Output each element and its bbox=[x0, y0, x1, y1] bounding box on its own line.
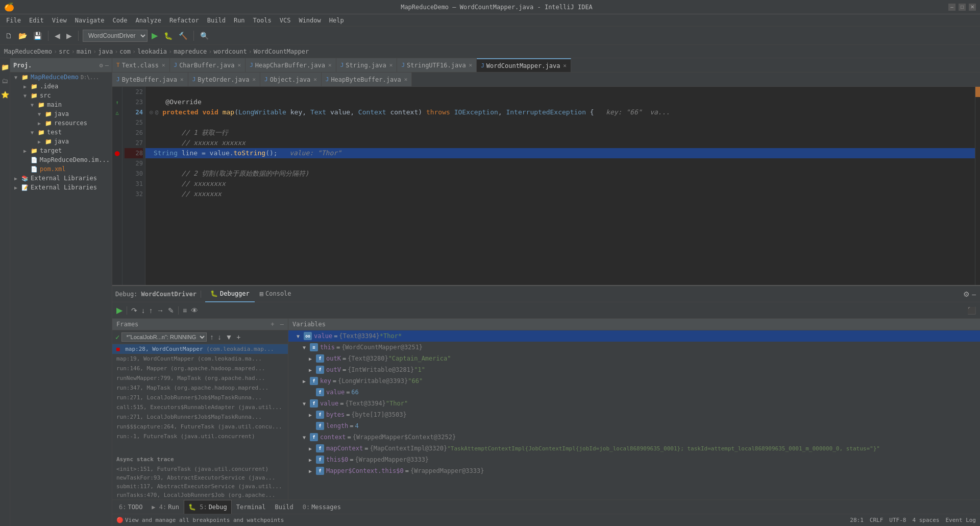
project-icon[interactable]: 📁 bbox=[1, 63, 9, 71]
tab-charbuffer[interactable]: J CharBuffer.java ✕ bbox=[170, 58, 246, 73]
tree-item-scratches[interactable]: ▶ 📝 External Libraries bbox=[10, 183, 112, 192]
thread-up-btn[interactable]: ↑ bbox=[209, 332, 214, 342]
tab-bytebuffer[interactable]: J ByteBuffer.java ✕ bbox=[112, 73, 188, 87]
bc-leokadia[interactable]: leokadia bbox=[137, 48, 167, 55]
thread-selector[interactable]: *"LocalJobR...n": RUNNING bbox=[121, 332, 207, 342]
var-value-thor[interactable]: ▼ oo value = {Text@3394} *Thor* bbox=[288, 330, 980, 342]
menu-item-window[interactable]: Window bbox=[295, 16, 325, 25]
debug-run-button[interactable]: 🐛 bbox=[162, 31, 175, 41]
frame-call515[interactable]: call:515, Executors$RunnableAdapter (jav… bbox=[112, 402, 288, 412]
status-encoding[interactable]: UTF-8 bbox=[889, 517, 906, 523]
tab-terminal[interactable]: Terminal bbox=[232, 500, 271, 514]
menu-item-analyze[interactable]: Analyze bbox=[131, 16, 165, 25]
var-value-text[interactable]: ▼ f value = {Text@3394} "Thor" bbox=[288, 398, 980, 409]
status-line-col[interactable]: 28:1 bbox=[850, 517, 864, 523]
tab-close[interactable]: ✕ bbox=[238, 62, 241, 68]
tree-item-imlfile[interactable]: 📄 MapReduceDemo.im... bbox=[10, 155, 112, 164]
menu-item-help[interactable]: Help bbox=[325, 16, 348, 25]
tab-todo[interactable]: 6: TODO bbox=[114, 500, 147, 514]
frame-runnewmapper[interactable]: runNewMapper:799, MapTask (org.apache.ha… bbox=[112, 373, 288, 383]
tab-string[interactable]: J String.java ✕ bbox=[336, 58, 398, 73]
async-submit[interactable]: submit:117, AbstractExecutorService (jav… bbox=[112, 482, 288, 491]
bc-mapreduce[interactable]: MapReduceDemo bbox=[4, 48, 52, 55]
save-button[interactable]: 💾 bbox=[31, 31, 44, 41]
tab-byteorder[interactable]: J ByteOrder.java ✕ bbox=[188, 73, 260, 87]
bc-com[interactable]: com bbox=[119, 48, 131, 55]
tab-heapbyte[interactable]: J HeapByteBuffer.java ✕ bbox=[322, 73, 412, 87]
bc-main[interactable]: main bbox=[77, 48, 91, 55]
search-button[interactable]: 🔍 bbox=[198, 31, 211, 41]
async-init[interactable]: <init>:151, FutureTask (java.util.concur… bbox=[112, 465, 288, 473]
tab-close[interactable]: ✕ bbox=[313, 76, 317, 83]
minimize-button[interactable]: – bbox=[948, 4, 955, 11]
var-arrow[interactable]: ▼ bbox=[297, 333, 304, 339]
code-content[interactable]: @Override ◎ @ protected void map ( LongW… bbox=[145, 87, 975, 285]
tab-close[interactable]: ✕ bbox=[328, 62, 332, 68]
tree-item-main[interactable]: ▼ 📁 main bbox=[10, 100, 112, 109]
build-button[interactable]: 🔨 bbox=[177, 31, 189, 41]
var-mapcontext[interactable]: ▶ f mapContext = {MapContextImpl@3320} "… bbox=[288, 443, 980, 454]
var-arrow[interactable]: ▼ bbox=[303, 401, 310, 407]
var-arrow[interactable]: ▶ bbox=[309, 367, 316, 373]
var-arrow[interactable]: ▼ bbox=[303, 435, 310, 440]
frames-minus-btn[interactable]: – bbox=[280, 321, 284, 328]
menu-item-vcs[interactable]: VCS bbox=[276, 16, 295, 25]
tab-stringutf16[interactable]: J StringUTF16.java ✕ bbox=[397, 58, 477, 73]
tab-debug[interactable]: 🐛 5: Debug bbox=[184, 500, 232, 514]
tree-item-java[interactable]: ▼ 📁 java bbox=[10, 109, 112, 118]
project-close-icon[interactable]: – bbox=[105, 62, 109, 69]
tree-item-idea[interactable]: ▶ 📁 .idea bbox=[10, 82, 112, 91]
bc-src[interactable]: src bbox=[59, 48, 70, 55]
tab-close[interactable]: ✕ bbox=[162, 62, 165, 68]
menu-item-file[interactable]: File bbox=[2, 16, 25, 25]
project-gear-icon[interactable]: ⚙ bbox=[100, 62, 103, 69]
var-mapper-context-this0[interactable]: ▶ f Mapper$Context.this$0 = {WrappedMapp… bbox=[288, 465, 980, 476]
var-outv[interactable]: ▶ f outV = {IntWritable@3281} "1" bbox=[288, 364, 980, 375]
tab-text-class[interactable]: T Text.class ✕ bbox=[112, 58, 170, 73]
close-button[interactable]: ✕ bbox=[969, 4, 976, 11]
forward-button[interactable]: ▶ bbox=[64, 31, 74, 41]
back-button[interactable]: ◀ bbox=[53, 31, 62, 41]
tree-item-extlibs[interactable]: ▶ 📚 External Libraries bbox=[10, 174, 112, 183]
tree-item-java2[interactable]: ▶ 📁 java bbox=[10, 137, 112, 146]
frame-map19[interactable]: map:19, WordCountMapper (com.leokadia.ma… bbox=[112, 354, 288, 364]
menu-item-tools[interactable]: Tools bbox=[249, 16, 276, 25]
watches-button[interactable]: 👁 bbox=[190, 305, 199, 316]
maximize-button[interactable]: □ bbox=[959, 4, 966, 11]
bc-wordcount[interactable]: wordcount bbox=[214, 48, 247, 55]
favorites-icon[interactable]: ⭐ bbox=[1, 91, 9, 99]
frames-add-btn[interactable]: + bbox=[271, 321, 274, 328]
open-button[interactable]: 📂 bbox=[16, 31, 29, 41]
var-arrow[interactable]: ▶ bbox=[309, 356, 316, 362]
run-to-cursor-button[interactable]: → bbox=[156, 305, 165, 316]
var-this0[interactable]: ▶ f this$0 = {WrappedMapper@3333} bbox=[288, 454, 980, 465]
menu-item-build[interactable]: Build bbox=[203, 16, 230, 25]
var-arrow[interactable]: ▶ bbox=[309, 446, 316, 451]
tree-item-src[interactable]: ▼ 📁 src bbox=[10, 91, 112, 100]
var-arrow[interactable]: ▶ bbox=[303, 378, 310, 384]
tree-item-mapreduce[interactable]: ▼ 📁 MapReduceDemo D:\... bbox=[10, 73, 112, 82]
tab-object[interactable]: J Object.java ✕ bbox=[260, 73, 322, 87]
status-breakpoints[interactable]: 🔴 View and manage all breakpoints and wa… bbox=[116, 517, 284, 523]
new-button[interactable]: 🗋 bbox=[3, 31, 14, 41]
tab-wordcount-mapper[interactable]: J WordCountMapper.java ✕ bbox=[477, 58, 571, 73]
tab-run[interactable]: ▶ 4: Run bbox=[147, 500, 184, 514]
frames-button[interactable]: ≡ bbox=[182, 305, 188, 316]
menu-item-run[interactable]: Run bbox=[230, 16, 249, 25]
tree-item-target[interactable]: ▶ 📁 target bbox=[10, 146, 112, 155]
var-arrow[interactable]: ▶ bbox=[309, 412, 316, 418]
bc-mapreduce2[interactable]: mapreduce bbox=[174, 48, 207, 55]
run-config-selector[interactable]: WordCountDriver bbox=[83, 30, 148, 42]
tab-close[interactable]: ✕ bbox=[252, 76, 256, 83]
tab-heapchar[interactable]: J HeapCharBuffer.java ✕ bbox=[246, 58, 336, 73]
var-context[interactable]: ▼ f context = {WrappedMapper$Context@325… bbox=[288, 432, 980, 443]
var-outk[interactable]: ▶ f outK = {Text@3280} "Captain_America" bbox=[288, 353, 980, 364]
frame-run1[interactable]: run:-1, FutureTask (java.util.concurrent… bbox=[112, 432, 288, 441]
var-this[interactable]: ▼ ≡ this = {WordCountMapper@3251} bbox=[288, 342, 980, 353]
bc-mapper[interactable]: WordCountMapper bbox=[254, 48, 309, 55]
status-crlf[interactable]: CRLF bbox=[870, 517, 884, 523]
tree-item-test[interactable]: ▼ 📁 test bbox=[10, 128, 112, 137]
tab-close[interactable]: ✕ bbox=[404, 76, 408, 83]
status-indent[interactable]: 4 spaces bbox=[912, 517, 939, 523]
tab-close[interactable]: ✕ bbox=[180, 76, 184, 83]
